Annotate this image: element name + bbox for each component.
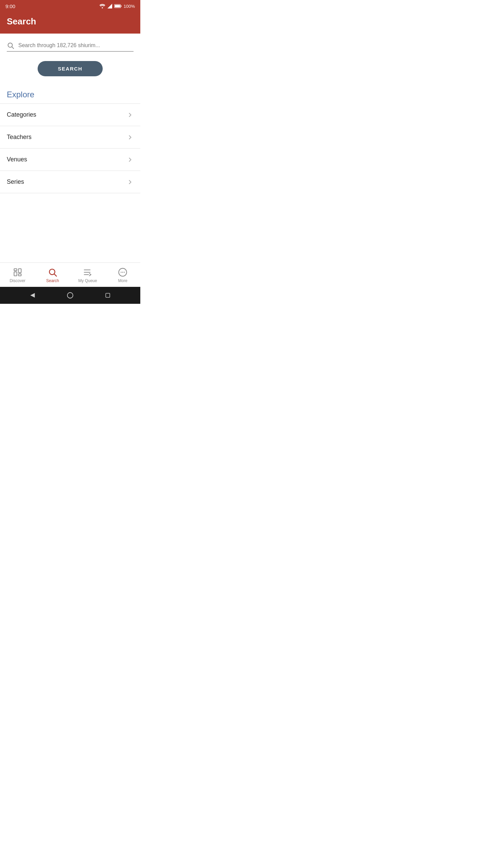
search-nav-label: Search <box>46 278 59 283</box>
search-button-wrapper: SEARCH <box>7 61 134 76</box>
search-input-wrapper[interactable] <box>7 42 134 52</box>
system-bar <box>0 287 140 304</box>
status-icons: 100% <box>99 4 135 9</box>
list-item-venues[interactable]: Venues <box>7 149 134 171</box>
svg-point-17 <box>121 272 122 273</box>
svg-rect-3 <box>121 5 121 7</box>
home-button[interactable] <box>65 291 75 300</box>
list-item-series[interactable]: Series <box>7 171 134 193</box>
nav-item-search[interactable]: Search <box>39 268 66 283</box>
back-icon <box>29 292 36 299</box>
svg-line-6 <box>12 47 14 48</box>
search-nav-icon <box>48 268 57 277</box>
recents-button[interactable] <box>103 291 113 300</box>
venues-chevron-icon <box>127 156 134 163</box>
svg-rect-22 <box>106 293 110 297</box>
app-header: Search <box>0 12 140 34</box>
list-item-teachers[interactable]: Teachers <box>7 126 134 148</box>
venues-label: Venues <box>7 156 27 163</box>
nav-item-more[interactable]: More <box>109 268 136 283</box>
series-chevron-icon <box>127 179 134 185</box>
nav-item-myqueue[interactable]: My Queue <box>74 268 101 283</box>
page-title: Search <box>7 16 134 27</box>
explore-section: Explore Categories Teachers Venues Serie… <box>0 83 140 262</box>
explore-title: Explore <box>7 90 134 99</box>
status-bar: 9:00 100% <box>0 0 140 12</box>
teachers-chevron-icon <box>127 134 134 141</box>
svg-rect-7 <box>14 269 17 271</box>
status-time: 9:00 <box>5 3 15 9</box>
svg-point-21 <box>67 293 73 298</box>
discover-nav-label: Discover <box>9 278 25 283</box>
svg-point-19 <box>124 272 125 273</box>
search-area: SEARCH <box>0 34 140 83</box>
svg-point-18 <box>122 272 123 273</box>
signal-icon <box>107 4 112 8</box>
recents-icon <box>105 292 111 298</box>
battery-percent: 100% <box>124 4 135 9</box>
myqueue-icon <box>83 268 93 277</box>
categories-label: Categories <box>7 111 36 118</box>
search-button[interactable]: SEARCH <box>38 61 103 76</box>
svg-rect-4 <box>115 5 120 7</box>
svg-rect-8 <box>14 272 17 276</box>
svg-marker-1 <box>107 4 112 8</box>
categories-chevron-icon <box>127 112 134 118</box>
discover-icon <box>13 268 22 277</box>
svg-line-12 <box>55 274 57 276</box>
svg-point-0 <box>102 7 103 8</box>
series-label: Series <box>7 178 24 185</box>
search-input[interactable] <box>18 42 134 48</box>
myqueue-nav-label: My Queue <box>78 278 97 283</box>
home-icon <box>66 292 74 299</box>
list-item-categories[interactable]: Categories <box>7 104 134 126</box>
more-nav-label: More <box>118 278 127 283</box>
battery-icon <box>114 4 122 8</box>
svg-rect-10 <box>18 274 21 276</box>
more-icon <box>118 268 127 277</box>
bottom-nav: Discover Search My Queue More <box>0 262 140 287</box>
svg-marker-20 <box>30 293 35 297</box>
teachers-label: Teachers <box>7 134 32 141</box>
wifi-icon <box>99 4 105 8</box>
back-button[interactable] <box>28 291 37 300</box>
search-icon <box>7 42 14 49</box>
divider-4 <box>0 193 140 193</box>
nav-item-discover[interactable]: Discover <box>4 268 31 283</box>
svg-rect-9 <box>18 269 21 273</box>
